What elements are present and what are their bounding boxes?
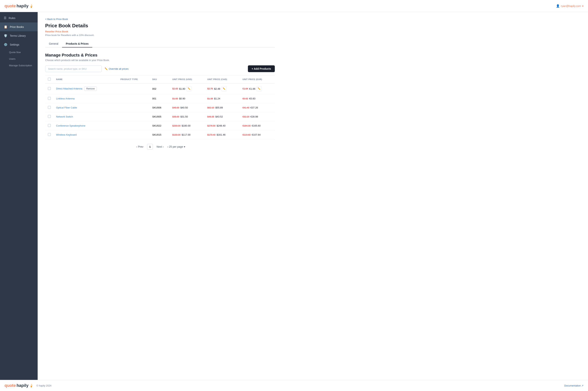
eur-current-price: €37.26	[250, 106, 258, 109]
cad-price-cell: $179.40$161.46	[207, 133, 237, 136]
sku-cell: SKU005	[150, 112, 170, 121]
terms-library-icon: 🛡️	[4, 34, 7, 37]
table-row: Optical Fiber CableSKU006$45.00$40.50$62…	[45, 103, 275, 112]
sidebar-sub-item-manage-subscription[interactable]: Manage Subscription	[0, 62, 38, 69]
eur-price-cell: €1.84€1.66✏️	[242, 86, 272, 91]
cad-current-price: $55.89	[215, 106, 223, 109]
select-all-checkbox[interactable]	[48, 78, 51, 81]
prev-page-button[interactable]: ‹ Prev	[135, 144, 145, 149]
cad-current-price: $161.46	[217, 133, 225, 136]
footer-logo-hapily: hapily	[16, 383, 29, 388]
usd-price-cell: $130.00$117.00	[172, 133, 202, 136]
remove-product-button[interactable]: Remove	[84, 87, 97, 91]
table-row: Direct Attached AntennaRemove002$2.00$1.…	[45, 84, 275, 94]
override-link-label: Override all prices	[109, 67, 129, 70]
logo: quote hapily 🍦	[4, 3, 33, 8]
cad-original-price: $1.38	[207, 97, 213, 100]
logo-hapily-text: hapily	[16, 3, 29, 8]
usd-original-price: $1.00	[172, 97, 178, 100]
cad-price-cell: $48.35$43.52	[207, 115, 237, 118]
product-name-link[interactable]: Optical Fiber Cable	[56, 106, 77, 109]
usd-current-price: $117.00	[182, 133, 191, 136]
override-all-prices-link[interactable]: ✏️ Override all prices	[105, 67, 129, 70]
sidebar-item-terms-library[interactable]: 🛡️ Terms Library	[0, 31, 38, 40]
cad-current-price: $1.24	[214, 97, 220, 100]
cad-original-price: $276.00	[207, 124, 216, 127]
th-sku: SKU	[150, 75, 170, 84]
product-name-link[interactable]: Direct Attached Antenna	[56, 87, 82, 90]
product-name-link[interactable]: Wireless Keyboard	[56, 133, 76, 136]
page-title: Price Book Details	[45, 23, 275, 29]
sidebar-price-books-label: Price Books	[10, 25, 24, 28]
footer-left: quote hapily 🍦 © hapily 2024	[4, 383, 51, 388]
prev-label: Prev	[138, 145, 144, 148]
next-chevron-icon: ›	[163, 145, 164, 148]
th-product-type: PRODUCT TYPE	[118, 75, 150, 84]
cad-price-cell: $62.10$55.89	[207, 106, 237, 109]
edit-eur-price-button[interactable]: ✏️	[257, 86, 262, 91]
next-label: Next	[157, 145, 162, 148]
edit-cad-price-button[interactable]: ✏️	[221, 86, 227, 91]
sku-cell: SKU022	[150, 121, 170, 130]
eur-original-price: €41.40	[242, 106, 249, 109]
sidebar-item-settings[interactable]: ⚙️ Settings	[0, 40, 38, 49]
row-checkbox[interactable]	[48, 87, 51, 90]
back-link[interactable]: < Back to Price Book	[45, 18, 68, 20]
eur-price-cell: €0.92€0.83	[242, 97, 272, 100]
tab-general[interactable]: General	[45, 40, 62, 47]
cad-original-price: $48.35	[207, 115, 214, 118]
eur-original-price: €184.00	[242, 124, 250, 127]
eur-current-price: €0.83	[249, 97, 255, 100]
product-type-cell	[118, 121, 150, 130]
cad-current-price: $43.52	[215, 115, 223, 118]
cad-original-price: $62.10	[207, 106, 214, 109]
search-input[interactable]	[45, 66, 102, 72]
next-page-button[interactable]: Next ›	[155, 144, 165, 149]
add-products-button[interactable]: + Add Products	[248, 65, 275, 72]
product-type-cell	[118, 103, 150, 112]
user-avatar-icon: 👤	[556, 4, 560, 8]
per-page-selector[interactable]: › 25 per page ▾	[167, 145, 185, 148]
settings-icon: ⚙️	[4, 43, 7, 46]
usd-current-price: $40.50	[180, 106, 188, 109]
usd-original-price: $45.00	[172, 106, 179, 109]
eur-original-price: €1.84	[242, 87, 248, 90]
usd-original-price: $35.00	[172, 115, 179, 118]
price-book-desc: Price book for Resellers with a 10% disc…	[45, 34, 275, 37]
th-checkbox	[45, 75, 54, 84]
price-book-name: Reseller Price Book	[45, 30, 275, 33]
tab-products-prices[interactable]: Products & Prices	[62, 40, 92, 47]
row-checkbox[interactable]	[48, 97, 51, 100]
table-row: Wireless KeyboardSKU015$130.00$117.00$17…	[45, 130, 275, 139]
sidebar-item-price-books[interactable]: 📋 Price Books	[0, 22, 38, 31]
current-page-number[interactable]: 1	[147, 144, 153, 150]
product-name-link[interactable]: Linkless Antenna	[56, 97, 74, 100]
row-checkbox[interactable]	[48, 133, 51, 136]
footer-logo-quote: quote	[4, 383, 16, 388]
eur-price-cell: €184.00€165.60	[242, 124, 272, 127]
sku-cell: 002	[150, 84, 170, 94]
usd-original-price: $130.00	[172, 134, 180, 136]
usd-original-price: $200.00	[172, 124, 180, 127]
per-page-chevron-icon: ▾	[184, 145, 185, 148]
toolbar-left: ✏️ Override all prices	[45, 66, 129, 72]
edit-usd-price-button[interactable]: ✏️	[186, 86, 192, 91]
eur-original-price: €32.20	[242, 115, 249, 118]
sidebar-sub-item-users[interactable]: Users	[0, 56, 38, 62]
sidebar-item-rules[interactable]: ☰ Rules	[0, 13, 38, 22]
documentation-link[interactable]: Documentation ↗	[564, 384, 584, 387]
row-checkbox[interactable]	[48, 106, 51, 109]
row-checkbox[interactable]	[48, 115, 51, 118]
product-type-cell	[118, 84, 150, 94]
per-page-label: 25 per page	[169, 145, 183, 148]
user-menu[interactable]: 👤 ryan@hapily.com ▾	[556, 4, 584, 8]
sidebar-sub-item-quote-flow[interactable]: Quote flow	[0, 49, 38, 56]
product-name-link[interactable]: Conference Speakerphone	[56, 124, 85, 127]
table-row: Conference SpeakerphoneSKU022$200.00$180…	[45, 121, 275, 130]
toolbar: ✏️ Override all prices + Add Products	[45, 65, 275, 72]
eur-price-cell: €32.20€28.98	[242, 115, 272, 118]
row-checkbox[interactable]	[48, 124, 51, 127]
usd-price-cell: $2.00$1.80✏️	[172, 86, 202, 91]
usd-price-cell: $1.00$0.90	[172, 97, 202, 100]
product-name-link[interactable]: Network Switch	[56, 115, 73, 118]
